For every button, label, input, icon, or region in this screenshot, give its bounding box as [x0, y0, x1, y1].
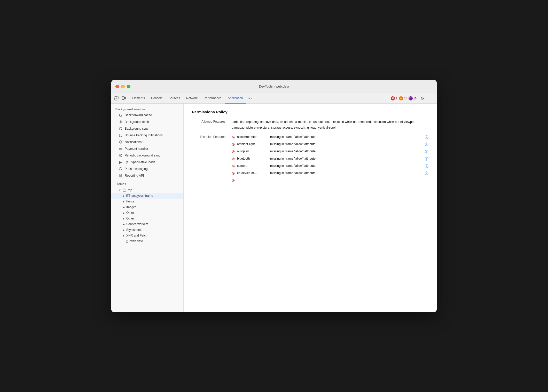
frame-xhr-fetch[interactable]: ▶ XHR and Fetch	[111, 233, 183, 238]
tab-more-button[interactable]: >>	[246, 93, 254, 104]
titlebar: DevTools - web.dev/	[111, 80, 437, 93]
sidebar: Background services Back/forward cache B…	[111, 104, 184, 312]
accelerometer-reason: missing in iframe "allow" attribute	[270, 135, 423, 139]
sidebar-item-payment-handler[interactable]: Payment handler	[111, 145, 183, 152]
error-icon: ✕	[391, 96, 395, 100]
allowed-features-value: attribution-reporting, ch-save-data, ch-…	[232, 119, 428, 130]
autoplay-error-icon: ⊗	[232, 149, 235, 154]
frames-section: Frames ▼ top ▶ analytics-iframe ▶ Fonts	[111, 181, 183, 244]
webdev-file-icon	[126, 240, 129, 243]
sidebar-item-notifications[interactable]: Notifications	[111, 139, 183, 145]
background-sync-label: Background sync	[125, 127, 148, 130]
svg-rect-10	[126, 240, 128, 243]
frame-service-workers[interactable]: ▶ Service workers	[111, 221, 183, 227]
autoplay-link-icon[interactable]: ⓘ	[425, 150, 428, 154]
frames-header: Frames	[111, 181, 183, 187]
devtools-tab-bar: Elements Console Sources Network Perform…	[111, 93, 437, 104]
service-workers-label: Service workers	[126, 222, 148, 226]
error-badge[interactable]: ✕ 1	[391, 96, 397, 100]
sidebar-item-background-fetch[interactable]: Background fetch	[111, 119, 183, 125]
settings-icon[interactable]: ⚙	[419, 95, 426, 102]
disabled-features-row: Disabled Features ⊗ accelerometer missin…	[192, 135, 428, 185]
images-expand-icon[interactable]: ▶	[123, 206, 125, 209]
autoplay-reason: missing in iframe "allow" attribute	[270, 149, 423, 154]
push-messaging-icon	[119, 167, 123, 171]
close-button[interactable]	[115, 85, 119, 88]
xhr-expand-icon[interactable]: ▶	[123, 234, 125, 237]
background-fetch-label: Background fetch	[125, 120, 149, 124]
bluetooth-link-icon[interactable]: ⓘ	[425, 157, 428, 161]
tab-console[interactable]: Console	[148, 93, 166, 104]
speculative-loads-icon: ▶	[119, 160, 123, 164]
notifications-icon	[119, 140, 123, 144]
camera-error-icon: ⊗	[232, 164, 235, 168]
tab-application[interactable]: Application	[225, 93, 246, 104]
tab-elements[interactable]: Elements	[129, 93, 148, 104]
camera-link-icon[interactable]: ⓘ	[425, 164, 428, 169]
tab-performance[interactable]: Performance	[201, 93, 225, 104]
xhr-fetch-label: XHR and Fetch	[126, 234, 147, 237]
tab-sources[interactable]: Sources	[166, 93, 183, 104]
content-panel: Permissions Policy Allowed Features attr…	[184, 104, 437, 312]
more-options-icon[interactable]: ⋮	[427, 95, 435, 102]
reporting-api-icon	[119, 174, 123, 178]
tab-network[interactable]: Network	[183, 93, 201, 104]
svg-point-4	[119, 134, 122, 135]
allowed-features-row: Allowed Features attribution-reporting, …	[192, 119, 428, 130]
sidebar-item-back-forward-cache[interactable]: Back/forward cache	[111, 112, 183, 119]
fonts-expand-icon[interactable]: ▶	[123, 200, 125, 203]
feature-accelerometer: ⊗ accelerometer missing in iframe "allow…	[232, 135, 428, 140]
sidebar-item-reporting-api[interactable]: Reporting API	[111, 172, 183, 179]
other1-expand-icon[interactable]: ▶	[123, 211, 125, 214]
ch-device-link-icon[interactable]: ⓘ	[425, 171, 428, 176]
frame-webdev[interactable]: web.dev/	[111, 238, 183, 244]
analytics-expand-icon[interactable]: ▶	[123, 194, 125, 197]
tab-list: Elements Console Sources Network Perform…	[129, 93, 391, 104]
sidebar-item-periodic-bg-sync[interactable]: Periodic background sync	[111, 152, 183, 159]
feature-ch-device: ⊗ ch-device-m… missing in iframe "allow"…	[232, 171, 428, 176]
frame-other-2[interactable]: ▶ Other	[111, 216, 183, 221]
svg-rect-5	[119, 148, 122, 150]
maximize-button[interactable]	[127, 85, 130, 88]
sidebar-item-bounce-tracking[interactable]: Bounce tracking mitigations	[111, 132, 183, 139]
speculative-loads-arrow-icon	[125, 160, 129, 164]
frame-stylesheets[interactable]: ▶ Stylesheets	[111, 227, 183, 233]
background-services-title: Background services	[111, 106, 183, 112]
accelerometer-link-icon[interactable]: ⓘ	[425, 135, 428, 140]
frame-fonts[interactable]: ▶ Fonts	[111, 199, 183, 204]
sidebar-item-background-sync[interactable]: Background sync	[111, 125, 183, 132]
camera-reason: missing in iframe "allow" attribute	[270, 163, 423, 168]
ambient-light-link-icon[interactable]: ⓘ	[425, 142, 428, 147]
device-icon[interactable]	[121, 95, 127, 101]
stylesheets-expand-icon[interactable]: ▶	[123, 229, 125, 231]
minimize-button[interactable]	[121, 85, 125, 88]
svg-rect-9	[127, 194, 130, 197]
other1-label: Other	[126, 211, 134, 215]
other2-expand-icon[interactable]: ▶	[123, 217, 125, 220]
sidebar-item-push-messaging[interactable]: Push messaging	[111, 166, 183, 172]
periodic-bg-sync-label: Periodic background sync	[125, 154, 160, 157]
frame-other-1[interactable]: ▶ Other	[111, 210, 183, 216]
top-expand-icon[interactable]: ▼	[119, 189, 121, 192]
ch-device-name: ch-device-m…	[237, 171, 268, 175]
warning-badge[interactable]: ⚠ 32	[399, 96, 407, 100]
sidebar-item-speculative-loads[interactable]: ▶ Speculative loads	[111, 159, 183, 166]
svg-rect-2	[124, 97, 126, 99]
frame-analytics-iframe[interactable]: ▶ analytics-iframe	[111, 193, 183, 199]
notifications-label: Notifications	[125, 140, 142, 144]
section-title: Permissions Policy	[192, 110, 428, 114]
svg-point-3	[119, 114, 122, 115]
service-workers-expand-icon[interactable]: ▶	[123, 223, 125, 226]
inspector-icon[interactable]	[113, 95, 120, 101]
frame-images[interactable]: ▶ Images	[111, 204, 183, 210]
stylesheets-label: Stylesheets	[126, 228, 142, 232]
analytics-iframe-icon	[126, 194, 130, 198]
info-badge[interactable]: 🚩 15	[409, 96, 417, 100]
ambient-light-reason: missing in iframe "allow" attribute	[270, 142, 423, 146]
webdev-label: web.dev/	[130, 239, 143, 243]
disabled-features-label: Disabled Features	[192, 135, 225, 185]
tab-icons	[113, 95, 127, 101]
fonts-label: Fonts	[126, 200, 134, 203]
window-title: DevTools - web.dev/	[259, 84, 289, 88]
frame-top[interactable]: ▼ top	[111, 187, 183, 193]
